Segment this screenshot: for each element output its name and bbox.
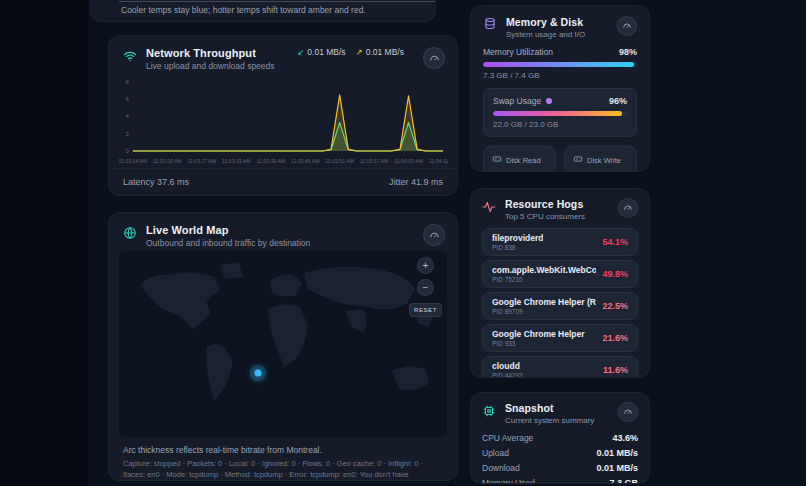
snapshot-card: Snapshot Current system summary CPU Aver… <box>470 392 650 484</box>
network-throughput-chart[interactable]: 0246811:03:14 AM11:03:20 AM11:03:27 AM11… <box>117 76 449 169</box>
snapshot-row: CPU Average 43.6% <box>482 430 638 445</box>
svg-text:11:03:33 AM: 11:03:33 AM <box>222 158 251 164</box>
upload-arrow-icon: ↗ <box>356 47 363 57</box>
swap-dot-icon <box>546 98 552 104</box>
wifi-icon <box>123 49 137 67</box>
traffic-origin-dot <box>255 369 262 376</box>
process-row[interactable]: fileproviderd PID 838 54.1% <box>482 228 638 256</box>
svg-text:2: 2 <box>126 131 130 137</box>
memory-gauge-button[interactable] <box>617 16 637 36</box>
memory-card-subtitle: System usage and I/O <box>506 30 608 39</box>
gauge-icon <box>622 21 632 31</box>
svg-text:11:04:11 AM: 11:04:11 AM <box>429 158 449 164</box>
disk-write-tile: Disk Write 5.38 MB/s 503 IOPS <box>564 146 637 172</box>
swap-usage-percent: 96% <box>609 96 627 106</box>
network-card-subtitle: Live upload and download speeds <box>146 61 288 71</box>
cpu-percent: 49.8% <box>602 269 628 279</box>
snapshot-card-subtitle: Current system summary <box>505 416 609 425</box>
gauge-icon <box>429 230 440 241</box>
network-gauge-button[interactable] <box>423 47 445 69</box>
svg-text:11:03:45 AM: 11:03:45 AM <box>291 158 320 164</box>
temps-note: Cooler temps stay blue; hotter temps shi… <box>121 5 366 15</box>
process-row[interactable]: Google Chrome Helper (Renderer) PID 8970… <box>482 292 638 320</box>
process-row[interactable]: com.apple.WebKit.WebContent PID 75210 49… <box>482 260 638 288</box>
download-rate-badge: ↙ 0.01 MB/s <box>297 47 345 57</box>
hogs-card-subtitle: Top 5 CPU consumers <box>505 212 609 221</box>
svg-text:11:03:39 AM: 11:03:39 AM <box>256 158 285 164</box>
swap-usage-panel: Swap Usage 96% 22.0 GB / 23.0 GB <box>483 88 637 137</box>
network-throughput-card: Network Throughput Live upload and downl… <box>108 35 458 196</box>
activity-icon <box>482 200 496 218</box>
hogs-gauge-button[interactable] <box>618 198 638 218</box>
map-zoom-out-button[interactable]: − <box>417 279 434 296</box>
map-card-subtitle: Outbound and inbound traffic by destinat… <box>146 238 414 248</box>
memory-utilization-bar <box>483 62 637 67</box>
memory-card-title: Memory & Disk <box>506 16 608 28</box>
process-row[interactable]: Google Chrome Helper PID 933 21.6% <box>482 324 638 352</box>
disk-read-label: Disk Read <box>506 156 541 165</box>
disk-write-rate: 5.38 MB/s <box>573 170 628 172</box>
world-map-continents <box>119 251 447 437</box>
svg-text:11:03:14 AM: 11:03:14 AM <box>119 158 148 164</box>
page-left-margin <box>0 0 88 486</box>
memory-utilization-detail: 7.3 GB / 7.4 GB <box>483 71 637 80</box>
svg-text:11:03:57 AM: 11:03:57 AM <box>360 158 389 164</box>
map-reset-button[interactable]: RESET <box>409 303 442 317</box>
capture-status-text: Capture: stopped · Packets: 0 · Local: 0… <box>123 459 445 481</box>
svg-text:11:03:20 AM: 11:03:20 AM <box>153 158 182 164</box>
live-world-map-card: Live World Map Outbound and inbound traf… <box>108 212 458 481</box>
database-icon <box>483 17 497 35</box>
svg-text:6: 6 <box>126 96 130 102</box>
memory-utilization-label: Memory Utilization <box>483 47 553 57</box>
map-caption: Arc thickness reflects real-time bitrate… <box>123 445 322 455</box>
map-card-title: Live World Map <box>146 224 414 236</box>
chip-icon <box>482 404 496 422</box>
map-gauge-button[interactable] <box>423 224 445 246</box>
latency-value: Latency 37.6 ms <box>123 177 189 187</box>
swap-usage-label: Swap Usage <box>493 96 541 106</box>
snapshot-gauge-button[interactable] <box>618 402 638 422</box>
memory-disk-card: Memory & Disk System usage and I/O Memor… <box>470 5 650 172</box>
memory-utilization-percent: 98% <box>619 47 637 57</box>
gauge-icon <box>623 407 633 417</box>
cpu-percent: 54.1% <box>602 237 628 247</box>
svg-text:0: 0 <box>126 148 130 154</box>
snapshot-row: Upload 0.01 MB/s <box>482 445 638 460</box>
temps-card-partial: Cooler temps stay blue; hotter temps shi… <box>90 0 436 22</box>
world-map-canvas[interactable]: + − RESET <box>119 251 447 437</box>
gauge-icon <box>429 53 440 64</box>
disk-read-tile: Disk Read 19.77 MB/s 576 IOPS <box>483 146 556 172</box>
swap-usage-bar <box>493 111 627 116</box>
svg-text:8: 8 <box>126 79 130 85</box>
snapshot-row: Download 0.01 MB/s <box>482 460 638 475</box>
process-row[interactable]: cloudd PID 44293 11.6% <box>482 356 638 378</box>
cpu-percent: 22.5% <box>602 301 628 311</box>
upload-rate-badge: ↗ 0.01 MB/s <box>356 47 404 57</box>
svg-text:11:03:51 AM: 11:03:51 AM <box>325 158 354 164</box>
svg-text:4: 4 <box>126 113 130 119</box>
jitter-value: Jitter 41.9 ms <box>389 177 443 187</box>
globe-icon <box>123 226 137 244</box>
disk-icon <box>573 154 583 166</box>
swap-usage-detail: 22.0 GB / 23.0 GB <box>493 120 627 129</box>
hogs-card-title: Resource Hogs <box>505 198 609 210</box>
svg-text:11:04:03 AM: 11:04:03 AM <box>394 158 423 164</box>
network-card-title: Network Throughput <box>146 47 288 59</box>
snapshot-card-title: Snapshot <box>505 402 609 414</box>
cpu-percent: 11.6% <box>603 365 628 375</box>
temps-chart-baseline <box>119 1 435 2</box>
resource-hogs-card: Resource Hogs Top 5 CPU consumers filepr… <box>470 188 650 378</box>
cpu-percent: 21.6% <box>602 333 628 343</box>
svg-text:11:03:27 AM: 11:03:27 AM <box>188 158 217 164</box>
gauge-icon <box>623 203 633 213</box>
snapshot-row: Memory Used 7.3 GB <box>482 475 638 484</box>
disk-write-label: Disk Write <box>587 156 621 165</box>
disk-read-rate: 19.77 MB/s <box>492 170 547 172</box>
disk-icon <box>492 154 502 166</box>
map-zoom-in-button[interactable]: + <box>417 257 434 274</box>
download-arrow-icon: ↙ <box>297 47 304 57</box>
